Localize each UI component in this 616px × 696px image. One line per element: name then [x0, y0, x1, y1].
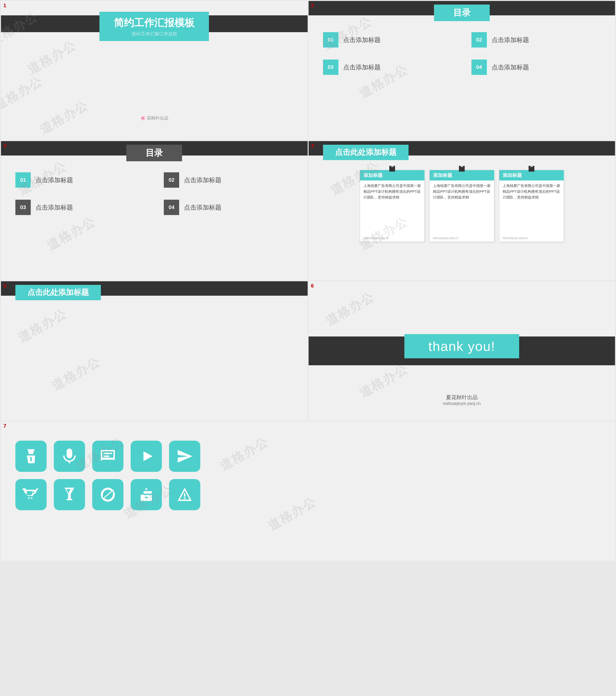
- card-body-2: 上海锐赛广告有限公司是中国第一家精品PPT设计机构拥有顶尖的PPT设计团队，坚持…: [433, 183, 491, 200]
- chat-icon-box: [92, 441, 123, 472]
- slide-1: 1 简约工作汇报模板 演示/工作汇报/工作总结 🌸 花秋叶出品 道格办公 道格办…: [1, 1, 308, 140]
- food-icon: [99, 486, 116, 503]
- slide-3: 3 目录 01 点击添加标题 02 点击添加标题 03 点击添加标题 04 点击…: [1, 141, 308, 280]
- coffee-icon-box: [15, 479, 47, 510]
- slide2-num-04: 04: [472, 60, 487, 75]
- slide4-section-title: 点击此处添加标题: [335, 147, 397, 158]
- slide-number-4: 4: [311, 143, 314, 149]
- slice-icon: [176, 486, 193, 503]
- slide-5: 5 点击此处添加标题 道格办公 道格办公: [1, 281, 308, 421]
- card-footer-1: xiahuaqiuye.yanj.cn: [363, 236, 388, 240]
- slide2-toc-item-2: 02 点击添加标题: [472, 32, 601, 48]
- slide4-section-title-box: 点击此处添加标题: [323, 145, 409, 160]
- card-num-2: ②: [460, 163, 463, 168]
- flashlight-icon: [22, 448, 40, 465]
- slide6-credit-url: xiahuaqiuye.yanj.cn: [443, 401, 481, 406]
- slide2-toc-title: 目录: [453, 7, 471, 19]
- slide-number-2: 2: [311, 2, 314, 9]
- note-card-2: ② 添加标题 上海锐赛广告有限公司是中国第一家精品PPT设计机构拥有顶尖的PPT…: [429, 170, 494, 242]
- wine-icon-box: [54, 479, 85, 510]
- slide-number-6: 6: [311, 283, 314, 289]
- play-icon: [138, 448, 155, 465]
- slide1-title-main: 简约工作汇报模板: [114, 16, 195, 30]
- card-footer-2: xiahuaqiuye.yanj.cn: [433, 236, 458, 240]
- card-header-2: 添加标题: [430, 170, 494, 180]
- cake-icon-box: [130, 479, 162, 510]
- slide6-credit-box: 夏花秋叶出品 xiahuaqiuye.yanj.cn: [443, 394, 481, 406]
- slide3-toc-item-4: 04 点击添加标题: [164, 200, 293, 215]
- slide3-toc-item-2: 02 点击添加标题: [164, 172, 293, 188]
- cake-icon: [138, 486, 155, 503]
- food-icon-box: [92, 479, 123, 510]
- slide2-label-01: 点击添加标题: [343, 36, 381, 44]
- slide3-num-01: 01: [15, 172, 31, 188]
- slide6-thankyou-text: thank you!: [428, 338, 495, 354]
- card-num-3: ③: [530, 163, 533, 168]
- slide3-toc-grid: 01 点击添加标题 02 点击添加标题 03 点击添加标题 04 点击添加标题: [15, 172, 293, 215]
- slide-7: 7: [1, 422, 615, 560]
- flashlight-icon-box: [15, 441, 47, 472]
- slide3-num-02: 02: [164, 172, 179, 188]
- slide2-label-02: 点击添加标题: [492, 36, 529, 44]
- slide-number-3: 3: [3, 143, 6, 149]
- icon-row-2: [15, 479, 200, 510]
- slide3-num-03: 03: [15, 200, 31, 215]
- slide3-toc-title: 目录: [145, 147, 163, 159]
- slide4-cards-row: ① 添加标题 上海锐赛广告有限公司是中国第一家精品PPT设计机构拥有顶尖的PPT…: [318, 170, 606, 242]
- slide-2: 2 目录 01 点击添加标题 02 点击添加标题 03 点击添加标题 04 点击…: [309, 1, 615, 140]
- slide2-toc-title-box: 目录: [434, 4, 490, 21]
- slide-number-7: 7: [3, 423, 6, 429]
- slide-4: 4 点击此处添加标题 ① 添加标题 上海锐赛广告有限公司是中国第一家精品PPT设…: [309, 141, 615, 280]
- card-body-1: 上海锐赛广告有限公司是中国第一家精品PPT设计机构拥有顶尖的PPT设计团队，坚持…: [363, 183, 421, 200]
- slide1-title-box: 简约工作汇报模板 演示/工作汇报/工作总结: [99, 12, 209, 41]
- slide3-toc-item-1: 01 点击添加标题: [15, 172, 144, 188]
- chat-icon: [99, 448, 116, 465]
- slide2-toc-grid: 01 点击添加标题 02 点击添加标题 03 点击添加标题 04 点击添加标题: [323, 32, 601, 75]
- slide-6: 6 thank you! 夏花秋叶出品 xiahuaqiuye.yanj.cn …: [309, 281, 615, 421]
- slide2-label-03: 点击添加标题: [343, 63, 381, 72]
- slide7-icons-section: [15, 441, 200, 518]
- send-icon: [176, 448, 193, 465]
- card-body-3: 上海锐赛广告有限公司是中国第一家精品PPT设计机构拥有顶尖的PPT设计团队，坚持…: [503, 183, 560, 200]
- slide2-toc-item-3: 03 点击添加标题: [323, 60, 452, 75]
- slide6-thankyou-box: thank you!: [404, 334, 519, 358]
- watermark-5: 道格办公 道格办公: [1, 281, 308, 421]
- slide2-label-04: 点击添加标题: [492, 63, 529, 72]
- slide3-toc-item-3: 03 点击添加标题: [15, 200, 144, 215]
- slide2-num-02: 02: [472, 32, 487, 48]
- note-card-3: ③ 添加标题 上海锐赛广告有限公司是中国第一家精品PPT设计机构拥有顶尖的PPT…: [499, 170, 564, 242]
- slice-icon-box: [169, 479, 200, 510]
- card-footer-3: xiahuaqiuye.yanj.cn: [503, 236, 528, 240]
- slide3-toc-title-box: 目录: [126, 145, 182, 161]
- slide2-toc-item-1: 01 点击添加标题: [323, 32, 452, 48]
- slide5-section-title-box: 点击此处添加标题: [15, 285, 101, 300]
- slide5-section-title: 点击此处添加标题: [27, 287, 89, 298]
- card-header-3: 添加标题: [499, 170, 564, 180]
- coffee-icon: [22, 486, 40, 503]
- slide-number-5: 5: [3, 283, 6, 289]
- microphone-icon: [61, 448, 78, 465]
- slide2-toc-item-4: 04 点击添加标题: [472, 60, 601, 75]
- send-icon-box: [169, 441, 200, 472]
- slide3-label-03: 点击添加标题: [35, 203, 73, 212]
- slide1-title-sub: 演示/工作汇报/工作总结: [114, 31, 195, 37]
- microphone-icon-box: [54, 441, 85, 472]
- card-num-1: ①: [390, 163, 394, 168]
- card-header-1: 添加标题: [360, 170, 425, 180]
- slide3-num-04: 04: [164, 200, 179, 215]
- slide3-label-01: 点击添加标题: [35, 176, 73, 184]
- slide1-credit: 🌸 花秋叶出品: [140, 115, 168, 121]
- slide2-num-03: 03: [323, 60, 338, 75]
- slide2-num-01: 01: [323, 32, 338, 48]
- slide3-label-04: 点击添加标题: [184, 203, 221, 212]
- icon-row-1: [15, 441, 200, 472]
- wine-icon: [61, 486, 78, 503]
- slide3-label-02: 点击添加标题: [184, 176, 221, 184]
- play-icon-box: [130, 441, 162, 472]
- slide-number-1: 1: [3, 2, 6, 9]
- note-card-1: ① 添加标题 上海锐赛广告有限公司是中国第一家精品PPT设计机构拥有顶尖的PPT…: [360, 170, 425, 242]
- slide6-credit-name: 夏花秋叶出品: [443, 394, 481, 401]
